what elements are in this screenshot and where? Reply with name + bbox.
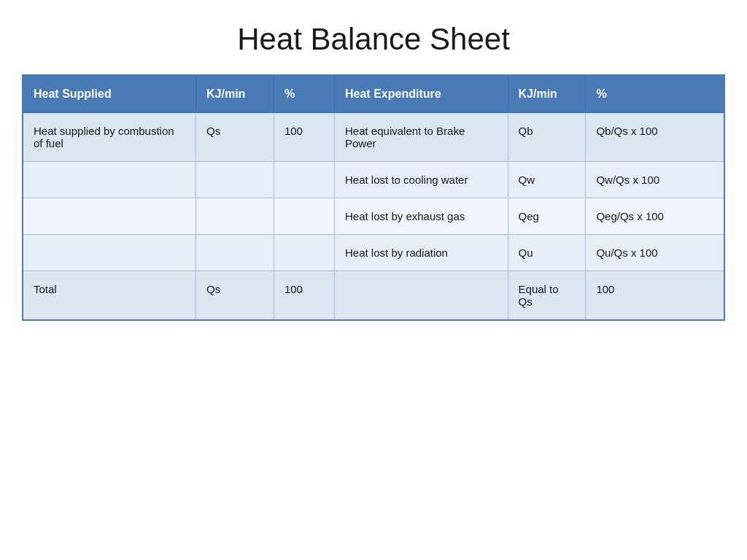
cell-r2-c1	[196, 198, 274, 235]
cell-r0-c0: Heat supplied by combustion of fuel	[23, 113, 196, 162]
table-row: Heat lost to cooling waterQwQw/Qs x 100	[23, 162, 724, 198]
cell-r3-c4: Qu	[508, 235, 586, 271]
cell-r0-c2: 100	[274, 113, 334, 162]
pct2-header: %	[586, 75, 724, 113]
cell-r4-c2: 100	[274, 271, 334, 321]
cell-r0-c3: Heat equivalent to Brake Power	[335, 113, 508, 162]
kjmin1-header: KJ/min	[196, 75, 274, 113]
kjmin2-header: KJ/min	[508, 75, 586, 113]
cell-r1-c2	[274, 162, 334, 198]
heat-supplied-header: Heat Supplied	[23, 75, 196, 113]
cell-r3-c5: Qu/Qs x 100	[586, 235, 724, 271]
cell-r2-c3: Heat lost by exhaust gas	[335, 198, 508, 235]
cell-r1-c5: Qw/Qs x 100	[586, 162, 724, 198]
cell-r1-c4: Qw	[508, 162, 586, 198]
cell-r1-c0	[23, 162, 196, 198]
cell-r3-c1	[196, 235, 274, 271]
cell-r4-c1: Qs	[196, 271, 274, 321]
cell-r2-c4: Qeg	[508, 198, 586, 235]
page-title: Heat Balance Sheet	[237, 22, 510, 57]
cell-r3-c0	[23, 235, 196, 271]
heat-exp-header: Heat Expenditure	[335, 75, 508, 113]
table-row: Heat lost by exhaust gasQegQeg/Qs x 100	[23, 198, 724, 235]
cell-r2-c2	[274, 198, 334, 235]
cell-r4-c5: 100	[586, 271, 724, 321]
cell-r1-c1	[196, 162, 274, 198]
table-row: Heat lost by radiationQuQu/Qs x 100	[23, 235, 724, 271]
pct1-header: %	[274, 75, 334, 113]
cell-r3-c2	[274, 235, 334, 271]
heat-balance-table: Heat Supplied KJ/min % Heat Expenditure …	[22, 74, 725, 321]
cell-r0-c1: Qs	[196, 113, 274, 162]
cell-r2-c5: Qeg/Qs x 100	[586, 198, 724, 235]
cell-r4-c3	[335, 271, 508, 321]
cell-r4-c4: Equal to Qs	[508, 271, 586, 321]
cell-r4-c0: Total	[23, 271, 196, 321]
table-row: TotalQs100Equal to Qs100	[23, 271, 724, 321]
cell-r0-c4: Qb	[508, 113, 586, 162]
cell-r0-c5: Qb/Qs x 100	[586, 113, 724, 162]
cell-r2-c0	[23, 198, 196, 235]
table-row: Heat supplied by combustion of fuelQs100…	[23, 113, 724, 162]
cell-r1-c3: Heat lost to cooling water	[335, 162, 508, 198]
cell-r3-c3: Heat lost by radiation	[335, 235, 508, 271]
